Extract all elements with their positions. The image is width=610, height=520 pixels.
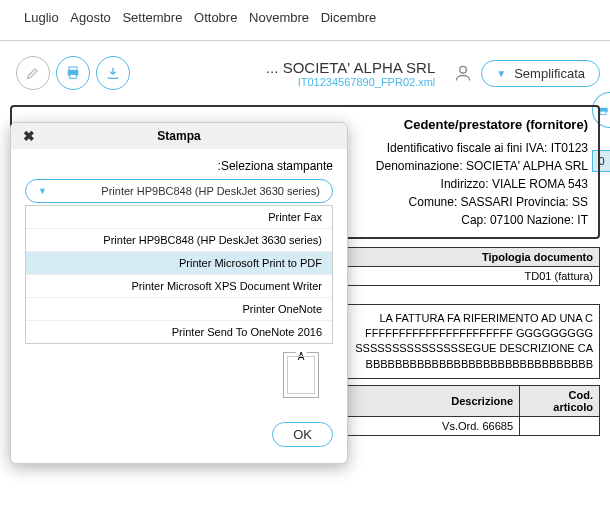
- thumb-label: A: [296, 351, 307, 362]
- ok-button[interactable]: OK: [272, 422, 333, 447]
- printer-option[interactable]: Printer OneNote: [26, 298, 332, 321]
- mode-dropdown[interactable]: Semplificata ▼: [481, 60, 600, 87]
- company-title: SOCIETA' ALPHA SRL ...: [130, 59, 435, 76]
- printer-label: Seleziona stampante:: [25, 159, 333, 173]
- printer-option[interactable]: Printer Send To OneNote 2016: [26, 321, 332, 343]
- mode-label: Semplificata: [514, 66, 585, 81]
- selected-printer: Printer HP9BC848 (HP DeskJet 3630 series…: [101, 185, 320, 197]
- month-link[interactable]: Ottobre: [194, 10, 237, 25]
- person-icon: [453, 63, 473, 83]
- printer-option[interactable]: Printer Microsoft XPS Document Writer: [26, 275, 332, 298]
- modal-title: Stampa: [157, 129, 200, 143]
- chevron-down-icon: ▼: [38, 186, 47, 196]
- title-area: SOCIETA' ALPHA SRL ... IT01234567890_FPR…: [130, 59, 435, 88]
- chevron-down-icon: ▼: [496, 68, 506, 79]
- svg-point-0: [460, 66, 467, 73]
- download-button[interactable]: [96, 56, 130, 90]
- close-icon[interactable]: ✖: [19, 128, 35, 144]
- months-nav: Luglio Agosto Settembre Ottobre Novembre…: [0, 0, 610, 35]
- svg-rect-1: [69, 67, 77, 70]
- month-link[interactable]: Settembre: [122, 10, 182, 25]
- modal-header: Stampa ✖: [11, 123, 347, 149]
- printer-option[interactable]: Printer HP9BC848 (HP DeskJet 3630 series…: [26, 229, 332, 252]
- col-cod: Cod. articolo: [520, 386, 600, 417]
- toolbar: Semplificata ▼ SOCIETA' ALPHA SRL ... IT…: [0, 51, 610, 95]
- month-link[interactable]: Dicembre: [321, 10, 377, 25]
- month-link[interactable]: Agosto: [70, 10, 110, 25]
- printer-option[interactable]: Printer Fax: [26, 206, 332, 229]
- edit-button[interactable]: [16, 56, 50, 90]
- printer-select[interactable]: Printer HP9BC848 (HP DeskJet 3630 series…: [25, 179, 333, 203]
- printer-dropdown: Printer Fax Printer HP9BC848 (HP DeskJet…: [25, 205, 333, 344]
- page-thumbnail[interactable]: A: [283, 352, 319, 398]
- filename-link[interactable]: IT01234567890_FPR02.xml: [130, 76, 435, 88]
- svg-rect-3: [70, 74, 77, 78]
- month-link[interactable]: Novembre: [249, 10, 309, 25]
- print-modal: Stampa ✖ Seleziona stampante: Printer HP…: [10, 122, 348, 464]
- month-link[interactable]: Luglio: [24, 10, 59, 25]
- print-button[interactable]: [56, 56, 90, 90]
- svg-rect-5: [600, 111, 606, 115]
- printer-option[interactable]: Printer Microsoft Print to PDF: [26, 252, 332, 275]
- divider: [0, 40, 610, 41]
